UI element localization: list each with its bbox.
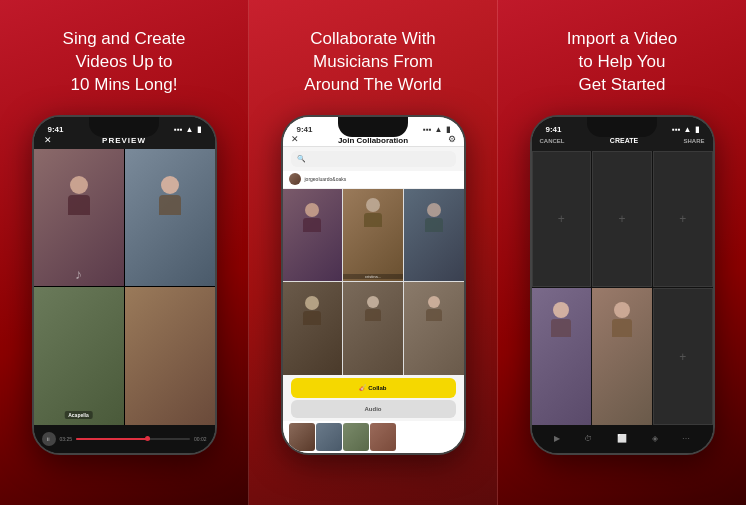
video-cell-2 [125, 149, 215, 287]
create-cell-6[interactable] [653, 288, 713, 425]
create-grid [532, 151, 713, 425]
signal-icon: ▪▪▪ [174, 125, 183, 134]
panel-left-title: Sing and Create Videos Up to 10 Mins Lon… [63, 28, 186, 97]
collab-cell-5 [343, 282, 403, 375]
phone-middle: 9:41 ▪▪▪ ▲ ▮ ✕ Join Collaboration ⚙ 🔍 [281, 115, 466, 455]
thumbnail-1[interactable] [289, 423, 315, 451]
collab-cell-1 [283, 189, 343, 282]
status-time-left: 9:41 [48, 125, 64, 134]
crop-icon[interactable]: ⬜ [617, 434, 627, 443]
audio-button-label: Audio [365, 406, 382, 412]
progress-handle[interactable] [145, 436, 150, 441]
video-cell-1 [34, 149, 124, 287]
status-bar-left: 9:41 ▪▪▪ ▲ ▮ [34, 121, 215, 139]
panel-right: Import a Video to Help You Get Started 9… [498, 0, 746, 505]
collab-cell-3 [404, 189, 464, 282]
play-icon[interactable]: ▶ [554, 434, 560, 443]
audio-button[interactable]: Audio [291, 400, 456, 418]
thumbnail-4[interactable] [370, 423, 396, 451]
phone-left: 9:41 ▪▪▪ ▲ ▮ ✕ PREVIEW [32, 115, 217, 455]
panel-left: Sing and Create Videos Up to 10 Mins Lon… [0, 0, 248, 505]
wifi-icon: ▲ [684, 125, 692, 134]
effects-icon[interactable]: ◈ [652, 434, 658, 443]
user-avatar [289, 173, 301, 185]
battery-icon: ▮ [446, 125, 450, 134]
status-time-right: 9:41 [546, 125, 562, 134]
battery-icon: ▮ [695, 125, 699, 134]
thumbnail-row [283, 421, 464, 453]
collab-cell-4 [283, 282, 343, 375]
video-cell-3: Acapella [34, 287, 124, 425]
play-button[interactable]: ⏸ [42, 432, 56, 446]
collab-cell-6 [404, 282, 464, 375]
signal-icon: ▪▪▪ [672, 125, 681, 134]
progress-bar[interactable] [76, 438, 190, 440]
user-row: jorgeoluardo&oaks [283, 171, 464, 189]
status-icons-left: ▪▪▪ ▲ ▮ [174, 125, 200, 134]
status-bar-middle: 9:41 ▪▪▪ ▲ ▮ [283, 121, 464, 139]
phone1-bottom-bar: ⏸ 03:25 00:02 [34, 425, 215, 453]
panel-middle-title: Collaborate With Musicians From Around T… [304, 28, 441, 97]
wifi-icon: ▲ [435, 125, 443, 134]
create-cell-5[interactable] [592, 288, 652, 425]
create-cell-3[interactable] [653, 151, 713, 288]
collab-cell-2-name: cristina... [343, 274, 403, 279]
status-bar-right: 9:41 ▪▪▪ ▲ ▮ [532, 121, 713, 139]
phone-right: 9:41 ▪▪▪ ▲ ▮ CANCEL CREATE SHARE [530, 115, 715, 455]
video-cell-4 [125, 287, 215, 425]
progress-fill [76, 438, 150, 440]
current-time: 03:25 [60, 436, 73, 442]
status-time-middle: 9:41 [297, 125, 313, 134]
thumbnail-2[interactable] [316, 423, 342, 451]
signal-icon: ▪▪▪ [423, 125, 432, 134]
status-icons-right: ▪▪▪ ▲ ▮ [672, 125, 698, 134]
username-label: jorgeoluardo&oaks [305, 176, 347, 182]
thumbnail-3[interactable] [343, 423, 369, 451]
collab-button[interactable]: 🎸 Collab [291, 378, 456, 398]
create-cell-2[interactable] [592, 151, 652, 288]
phone3-bottom-bar: ▶ ⏱ ⬜ ◈ ⋯ [532, 425, 713, 453]
menu-icon[interactable]: ⋯ [682, 434, 690, 443]
search-icon: 🔍 [297, 155, 306, 163]
status-icons-middle: ▪▪▪ ▲ ▮ [423, 125, 449, 134]
create-cell-4[interactable] [532, 288, 592, 425]
collab-cell-2: cristina... [343, 189, 403, 282]
panel-middle: Collaborate With Musicians From Around T… [248, 0, 498, 505]
wifi-icon: ▲ [186, 125, 194, 134]
collab-grid: cristina... [283, 189, 464, 375]
battery-icon: ▮ [197, 125, 201, 134]
total-time: 00:02 [194, 436, 207, 442]
collab-button-label: 🎸 Collab [359, 384, 386, 391]
time-icon[interactable]: ⏱ [584, 434, 592, 443]
acapella-label: Acapella [64, 411, 93, 419]
create-cell-1[interactable] [532, 151, 592, 288]
search-bar[interactable]: 🔍 [291, 151, 456, 167]
panel-right-title: Import a Video to Help You Get Started [567, 28, 677, 97]
video-grid: Acapella [34, 149, 215, 425]
